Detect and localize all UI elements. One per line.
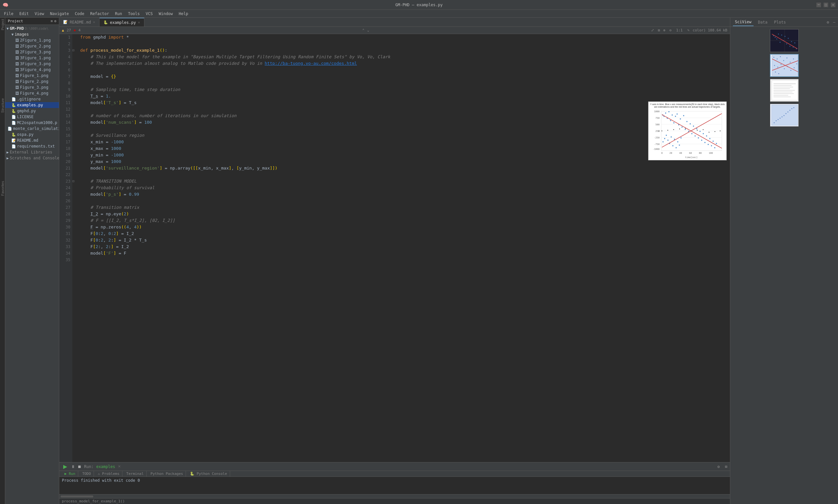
code-editor[interactable]: 1 2 3 4 5 6 7 8 9 10 11 12 13 14 15 16 1…	[59, 34, 730, 462]
tree-file-figure3[interactable]: 🖼 Figure_3.png	[5, 85, 59, 90]
svg-point-7	[780, 42, 780, 43]
tab-readme[interactable]: 📝 README.md ✕	[59, 18, 100, 26]
svg-text:×: ×	[664, 138, 665, 140]
tree-file-figure4[interactable]: 🖼 Figure_4.png	[5, 90, 59, 96]
line-num-8: 8	[61, 80, 70, 86]
tab-readme-close[interactable]: ✕	[93, 20, 95, 24]
settings-icon[interactable]: ⚙	[54, 19, 56, 23]
menu-file[interactable]: File	[1, 11, 16, 17]
run-stop-button[interactable]: ⏹	[77, 464, 82, 469]
run-pause-button[interactable]: ⏸	[71, 464, 75, 469]
sciview-tab-data[interactable]: Data	[756, 19, 770, 26]
favorites-side-icon[interactable]: Favorites	[1, 181, 4, 196]
thumbnail-2[interactable]	[770, 54, 799, 77]
menu-view[interactable]: View	[32, 11, 47, 17]
line-num-34: 34	[61, 250, 70, 256]
svg-text:×: ×	[709, 138, 710, 140]
console-tab-run[interactable]: ▶ Run	[62, 471, 78, 476]
svg-point-22	[777, 58, 778, 59]
svg-text:×: ×	[714, 147, 715, 148]
console-tab-packages[interactable]: Python Packages	[148, 471, 186, 476]
menu-edit[interactable]: Edit	[17, 11, 32, 17]
scrollbar-thumb[interactable]	[60, 496, 93, 498]
collapse-icon[interactable]: ⌄	[367, 28, 369, 32]
menu-window[interactable]: Window	[156, 11, 176, 17]
console-tab-console[interactable]: 🐍 Python Console	[187, 471, 230, 476]
run-settings-icon[interactable]: ⚙	[717, 464, 720, 469]
grid-icon[interactable]: ⊞	[658, 28, 660, 32]
color-info: color) 108.64 kB	[693, 28, 727, 32]
tree-file-2figure3[interactable]: 🖼 2Figure_3.png	[5, 49, 59, 55]
tree-file-mc2os[interactable]: 📄 MC2ospatnum1000.p	[5, 120, 59, 126]
zoom-out-icon[interactable]: ⊖	[670, 28, 672, 32]
sciview-thumbnails	[730, 27, 838, 504]
console-tab-todo[interactable]: TODO	[79, 471, 94, 476]
tree-file-readme[interactable]: 📝 README.md	[5, 138, 59, 143]
tree-folder-images[interactable]: ▼ images	[5, 32, 59, 37]
tree-file-figure2[interactable]: 🖼 Figure_2.png	[5, 78, 59, 85]
minimize-button[interactable]: ─	[816, 3, 821, 7]
line-num-31: 31	[61, 230, 70, 237]
tree-file-license[interactable]: 📄 LICENSE	[5, 114, 59, 120]
fit-icon[interactable]: ⤢	[651, 28, 654, 32]
breadcrumb-bar: process_model_for_example_1()	[59, 498, 730, 504]
console-tab-problems[interactable]: ⚠ Problems	[95, 471, 122, 476]
horizontal-scrollbar[interactable]	[59, 494, 730, 498]
svg-text:×: ×	[705, 141, 706, 143]
thumbnail-4[interactable]	[770, 104, 799, 127]
readme-tab-icon: 📝	[63, 20, 68, 24]
code-content[interactable]: from gmphd import * def process_model_fo…	[77, 34, 730, 462]
thumbnail-3[interactable]	[770, 79, 799, 102]
console-tab-terminal[interactable]: Terminal	[124, 471, 147, 476]
collapse-all-icon[interactable]: ≡	[51, 19, 53, 23]
tab-examples-close[interactable]: ✕	[138, 20, 140, 24]
tree-file-gmphd[interactable]: 🐍 gmphd.py	[5, 108, 59, 114]
tree-file-gitignore[interactable]: 📄 .gitignore	[5, 96, 59, 102]
menu-refactor[interactable]: Refactor	[87, 11, 112, 17]
sciview-tab-sciview[interactable]: SciView	[733, 18, 753, 26]
tree-file-monte[interactable]: 📄 monte_carlo_simulati	[5, 126, 59, 131]
tree-folder-scratches[interactable]: ▶ Scratches and Consoles	[5, 155, 59, 161]
menu-help[interactable]: Help	[176, 11, 191, 17]
thumbnail-1[interactable]	[770, 29, 799, 52]
tree-item-label: 3Figure_3.png	[20, 61, 51, 66]
menu-run[interactable]: Run	[112, 11, 125, 17]
tree-root-gmphd[interactable]: ▼ GM-PHD D:\000\code\	[5, 25, 59, 32]
menu-tools[interactable]: Tools	[125, 11, 142, 17]
tree-file-requirements[interactable]: 📄 requirements.txt	[5, 143, 59, 149]
code-line-30: F = np.zeros((4, 4))	[80, 224, 727, 230]
tree-file-3figure4[interactable]: 🖼 3Figure_4.png	[5, 67, 59, 73]
menu-navigate[interactable]: Navigate	[48, 11, 72, 17]
tree-file-3figure3[interactable]: 🖼 3Figure_3.png	[5, 61, 59, 67]
sciview-settings-icon[interactable]: ⚙	[827, 20, 829, 24]
close-button[interactable]: ✕	[831, 3, 835, 7]
run-expand-icon[interactable]: ⊞	[725, 464, 727, 469]
tree-file-3figure1[interactable]: 🖼 3Figure_1.png	[5, 55, 59, 61]
tab-examples[interactable]: 🐍 examples.py ✕	[100, 18, 144, 26]
tree-folder-external[interactable]: ▶ External Libraries	[5, 149, 59, 155]
run-close-tab-btn[interactable]: ✕	[118, 464, 121, 469]
line-num-25: 25	[61, 191, 70, 198]
sciview-tab-plots[interactable]: Plots	[772, 19, 788, 26]
line-num-12: 12	[61, 106, 70, 112]
structure-side-icon[interactable]: Structure	[1, 98, 4, 113]
tree-file-examples[interactable]: 🐍 examples.py	[5, 102, 59, 108]
code-line-12	[80, 106, 727, 112]
tree-item-label: ospa.py	[17, 132, 34, 137]
menu-vcs[interactable]: VCS	[143, 11, 156, 17]
tree-file-ospa[interactable]: 🐍 ospa.py	[5, 131, 59, 138]
line-num-7: 7	[61, 73, 70, 80]
tree-file-2figure2[interactable]: 🖼 2Figure_2.png	[5, 43, 59, 49]
zoom-in-icon[interactable]: ⊕	[663, 28, 665, 32]
project-side-icon[interactable]: Project	[1, 19, 4, 30]
tree-file-figure1[interactable]: 🖼 Figure_1.png	[5, 73, 59, 78]
expand-icon[interactable]: ⌃	[362, 28, 365, 32]
edit-icon[interactable]: ✎	[687, 28, 689, 32]
sciview-collapse-icon[interactable]: —	[833, 20, 835, 24]
maximize-button[interactable]: □	[824, 3, 828, 7]
svg-text:-1000: -1000	[653, 148, 660, 150]
tree-file-2figure1[interactable]: 🖼 2Figure_1.png	[5, 37, 59, 43]
svg-text:×: ×	[675, 115, 676, 117]
run-play-button[interactable]: ▶	[62, 464, 68, 470]
menu-code[interactable]: Code	[72, 11, 87, 17]
